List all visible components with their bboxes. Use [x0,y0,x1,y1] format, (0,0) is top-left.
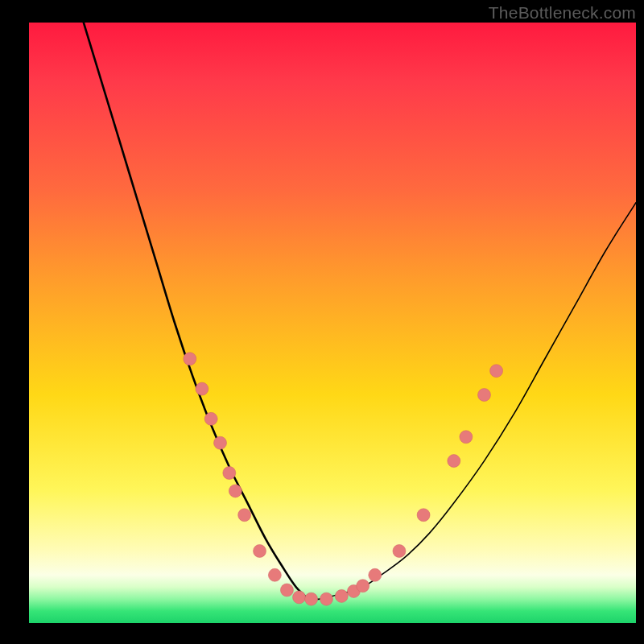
data-marker [184,353,196,365]
data-marker [254,544,266,557]
data-marker [204,412,217,425]
plot-area [29,23,636,623]
curve-group [84,23,636,599]
curve-left-branch [84,23,308,599]
data-marker [393,544,406,557]
data-marker [238,509,251,522]
data-marker [196,382,208,395]
data-marker [229,485,242,497]
chart-frame: TheBottleneck.com [0,0,644,644]
data-marker [280,584,293,597]
data-marker [417,509,430,522]
data-marker [357,580,369,592]
data-marker [335,589,348,602]
curve-right-branch [308,203,636,600]
data-marker [320,592,332,605]
data-marker [369,568,382,581]
data-marker [490,365,503,378]
data-marker [478,389,491,402]
curve-svg [29,23,636,623]
data-marker [214,436,227,449]
watermark-text: TheBottleneck.com [489,3,636,23]
data-marker [293,591,306,604]
data-marker [460,431,473,444]
data-marker [223,467,236,480]
data-marker [268,568,281,581]
data-marker [305,592,318,605]
marker-group [184,353,503,605]
data-marker [448,455,460,468]
